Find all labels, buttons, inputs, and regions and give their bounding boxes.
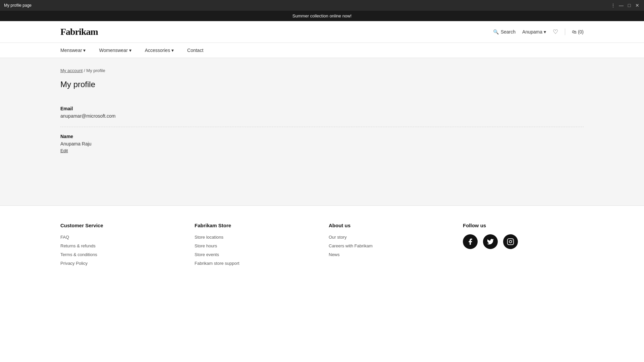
footer-link-news[interactable]: News xyxy=(329,252,340,257)
nav-item-womenswear: Womenswear ▾ xyxy=(92,43,138,58)
list-item: Store events xyxy=(195,252,315,257)
footer-customer-service-list: FAQ Returns & refunds Terms & conditions… xyxy=(60,234,181,266)
nav-list: Menswear ▾ Womenswear ▾ Accessories ▾ Co… xyxy=(60,43,584,58)
list-item: Terms & conditions xyxy=(60,252,181,257)
name-edit-link-container: Edit xyxy=(60,148,584,153)
list-item: Careers with Fabrikam xyxy=(329,243,449,248)
edit-name-link[interactable]: Edit xyxy=(60,148,68,153)
chevron-womenswear-icon: ▾ xyxy=(129,48,131,53)
user-account-button[interactable]: Anupama ▾ xyxy=(522,29,546,35)
footer-fabrikam-store-heading: Fabrikam Store xyxy=(195,223,315,228)
browser-close-btn[interactable]: ✕ xyxy=(635,3,640,8)
list-item: Privacy Policy xyxy=(60,260,181,266)
facebook-icon[interactable] xyxy=(463,234,478,249)
footer-col-fabrikam-store: Fabrikam Store Store locations Store hou… xyxy=(195,223,315,269)
cart-button[interactable]: 🛍 (0) xyxy=(572,29,584,35)
instagram-icon[interactable] xyxy=(503,234,518,249)
chevron-menswear-icon: ▾ xyxy=(83,48,86,53)
footer-follow-us-heading: Follow us xyxy=(463,223,584,228)
announcement-text: Summer collection online now! xyxy=(292,13,352,18)
footer-grid: Customer Service FAQ Returns & refunds T… xyxy=(60,223,584,269)
footer-col-follow-us: Follow us xyxy=(463,223,584,269)
browser-maximize-btn[interactable]: □ xyxy=(627,3,632,8)
footer-link-privacy[interactable]: Privacy Policy xyxy=(60,261,88,266)
chevron-down-icon: ▾ xyxy=(544,29,546,35)
browser-minimize-btn[interactable]: — xyxy=(619,3,624,8)
name-value: Anupama Raju xyxy=(60,141,584,146)
user-name: Anupama xyxy=(522,29,542,35)
site-logo[interactable]: Fabrikam xyxy=(60,26,98,37)
site-header: Fabrikam 🔍 Search Anupama ▾ ♡ 🛍 (0) xyxy=(0,21,644,43)
footer-fabrikam-store-list: Store locations Store hours Store events… xyxy=(195,234,315,266)
email-label: Email xyxy=(60,106,584,111)
nav-link-menswear[interactable]: Menswear ▾ xyxy=(60,43,92,58)
profile-section: Email anupamar@microsoft.com Name Anupam… xyxy=(60,99,584,160)
email-value: anupamar@microsoft.com xyxy=(60,113,584,119)
list-item: Store locations xyxy=(195,234,315,240)
nav-item-accessories: Accessories ▾ xyxy=(138,43,180,58)
footer-col-customer-service: Customer Service FAQ Returns & refunds T… xyxy=(60,223,181,269)
browser-controls: ⋮ — □ ✕ xyxy=(610,3,640,8)
main-nav: Menswear ▾ Womenswear ▾ Accessories ▾ Co… xyxy=(0,43,644,58)
nav-link-accessories[interactable]: Accessories ▾ xyxy=(138,43,180,58)
header-divider xyxy=(565,28,565,35)
footer-link-store-support[interactable]: Fabrikam store support xyxy=(195,261,239,266)
site-footer: Customer Service FAQ Returns & refunds T… xyxy=(0,205,644,283)
browser-more-btn[interactable]: ⋮ xyxy=(610,3,616,8)
breadcrumb-account-link[interactable]: My account xyxy=(60,68,83,73)
search-icon: 🔍 xyxy=(493,29,499,35)
footer-customer-service-heading: Customer Service xyxy=(60,223,181,228)
nav-link-womenswear[interactable]: Womenswear ▾ xyxy=(92,43,138,58)
nav-link-contact[interactable]: Contact xyxy=(180,43,210,58)
list-item: News xyxy=(329,252,449,257)
list-item: Our story xyxy=(329,234,449,240)
cart-count: (0) xyxy=(578,29,584,35)
footer-link-careers[interactable]: Careers with Fabrikam xyxy=(329,243,373,248)
footer-link-faq[interactable]: FAQ xyxy=(60,235,69,240)
list-item: FAQ xyxy=(60,234,181,240)
footer-about-us-heading: About us xyxy=(329,223,449,228)
list-item: Store hours xyxy=(195,243,315,248)
nav-item-menswear: Menswear ▾ xyxy=(60,43,92,58)
social-icons-container xyxy=(463,234,584,249)
footer-link-store-events[interactable]: Store events xyxy=(195,252,219,257)
search-label: Search xyxy=(501,29,516,35)
footer-link-terms[interactable]: Terms & conditions xyxy=(60,252,97,257)
breadcrumb-current: My profile xyxy=(86,68,105,73)
footer-col-about-us: About us Our story Careers with Fabrikam… xyxy=(329,223,449,269)
page-title: My profile xyxy=(60,80,584,89)
browser-chrome: My profile page ⋮ — □ ✕ xyxy=(0,0,644,11)
footer-link-store-locations[interactable]: Store locations xyxy=(195,235,223,240)
header-actions: 🔍 Search Anupama ▾ ♡ 🛍 (0) xyxy=(493,28,584,36)
chevron-accessories-icon: ▾ xyxy=(171,48,174,53)
cart-icon: 🛍 xyxy=(572,29,577,35)
browser-tab-title: My profile page xyxy=(4,3,32,8)
footer-about-us-list: Our story Careers with Fabrikam News xyxy=(329,234,449,257)
svg-rect-0 xyxy=(507,239,514,245)
list-item: Returns & refunds xyxy=(60,243,181,248)
heart-icon: ♡ xyxy=(553,28,558,35)
nav-item-contact: Contact xyxy=(180,43,210,58)
name-field-section: Name Anupama Raju Edit xyxy=(60,127,584,160)
search-button[interactable]: 🔍 Search xyxy=(493,29,516,35)
wishlist-button[interactable]: ♡ xyxy=(553,28,558,36)
footer-link-returns[interactable]: Returns & refunds xyxy=(60,243,96,248)
announcement-bar: Summer collection online now! xyxy=(0,11,644,21)
name-label: Name xyxy=(60,134,584,139)
main-content: My account / My profile My profile Email… xyxy=(0,58,644,205)
footer-link-store-hours[interactable]: Store hours xyxy=(195,243,217,248)
list-item: Fabrikam store support xyxy=(195,260,315,266)
twitter-icon[interactable] xyxy=(483,234,498,249)
breadcrumb: My account / My profile xyxy=(60,68,584,73)
footer-link-our-story[interactable]: Our story xyxy=(329,235,346,240)
email-field-section: Email anupamar@microsoft.com xyxy=(60,99,584,127)
